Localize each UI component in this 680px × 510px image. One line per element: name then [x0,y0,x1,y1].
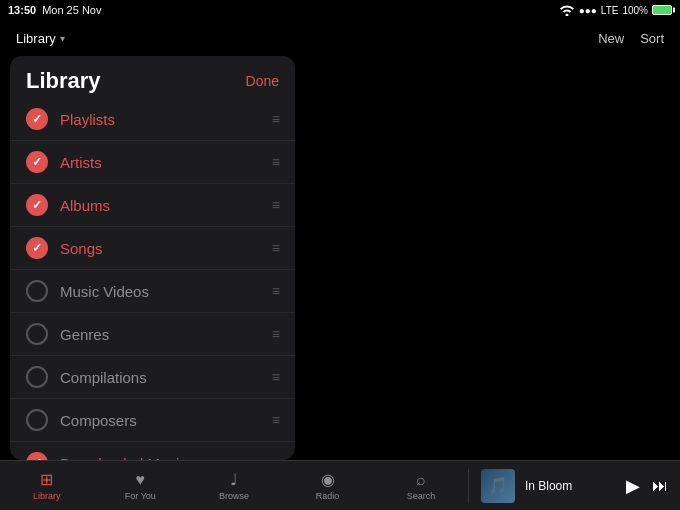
library-item-playlists[interactable]: Playlists≡ [10,98,295,141]
check-circle-compilations [26,366,48,388]
tab-for-you[interactable]: ♥ For You [94,471,188,501]
check-circle-songs [26,237,48,259]
check-circle-playlists [26,108,48,130]
check-circle-genres [26,323,48,345]
library-item-downloaded-music[interactable]: Downloaded Music≡ [10,442,295,460]
panel-title: Library [26,68,101,94]
library-item-songs[interactable]: Songs≡ [10,227,295,270]
status-time: 13:50 [8,4,36,16]
nav-library-label: Library [16,31,56,46]
now-playing-title: In Bloom [525,479,616,493]
network-type: LTE [601,5,619,16]
check-circle-composers [26,409,48,431]
library-item-albums[interactable]: Albums≡ [10,184,295,227]
drag-handle-artists[interactable]: ≡ [272,154,279,170]
signal-bars: ●●● [579,5,597,16]
main-content: Library Done Playlists≡Artists≡Albums≡So… [0,56,680,460]
library-item-composers[interactable]: Composers≡ [10,399,295,442]
right-area [305,56,680,460]
lib-label-compilations: Compilations [60,369,272,386]
search-tab-icon: ⌕ [416,471,426,489]
search-tab-label: Search [407,491,436,501]
battery-icon [652,5,672,15]
library-item-artists[interactable]: Artists≡ [10,141,295,184]
skip-button[interactable]: ⏭ [652,477,668,495]
tab-library[interactable]: ⊞ Library [0,470,94,501]
check-circle-albums [26,194,48,216]
for-you-tab-label: For You [125,491,156,501]
library-panel: Library Done Playlists≡Artists≡Albums≡So… [10,56,295,460]
library-item-music-videos[interactable]: Music Videos≡ [10,270,295,313]
status-bar: 13:50 Mon 25 Nov ●●● LTE 100% [0,0,680,20]
album-art-icon: 🎵 [488,476,508,495]
lib-label-music-videos: Music Videos [60,283,272,300]
check-circle-artists [26,151,48,173]
lib-label-songs: Songs [60,240,272,257]
tab-browse[interactable]: ♩ Browse [187,470,281,501]
chevron-down-icon: ▾ [60,33,65,44]
sort-button[interactable]: Sort [640,31,664,46]
lib-label-playlists: Playlists [60,111,272,128]
browse-tab-label: Browse [219,491,249,501]
tab-bar: ⊞ Library ♥ For You ♩ Browse ◉ Radio ⌕ S… [0,460,680,510]
lib-label-genres: Genres [60,326,272,343]
drag-handle-music-videos[interactable]: ≡ [272,283,279,299]
library-items-list: Playlists≡Artists≡Albums≡Songs≡Music Vid… [10,98,295,460]
lib-label-composers: Composers [60,412,272,429]
album-art: 🎵 [481,469,515,503]
status-right: ●●● LTE 100% [559,4,672,16]
tab-radio[interactable]: ◉ Radio [281,470,375,501]
now-playing-bar: 🎵 In Bloom ▶ ⏭ [468,469,680,503]
radio-tab-icon: ◉ [321,470,335,489]
drag-handle-songs[interactable]: ≡ [272,240,279,256]
for-you-tab-icon: ♥ [136,471,146,489]
drag-handle-genres[interactable]: ≡ [272,326,279,342]
panel-header: Library Done [10,56,295,98]
battery-percent: 100% [622,5,648,16]
nav-bar: Library ▾ New Sort [0,20,680,56]
library-tab-icon: ⊞ [40,470,53,489]
status-date: Mon 25 Nov [42,4,101,16]
playback-controls: ▶ ⏭ [626,475,668,497]
lib-label-artists: Artists [60,154,272,171]
library-item-genres[interactable]: Genres≡ [10,313,295,356]
play-button[interactable]: ▶ [626,475,640,497]
new-button[interactable]: New [598,31,624,46]
done-button[interactable]: Done [246,73,279,89]
check-circle-downloaded-music [26,452,48,460]
drag-handle-albums[interactable]: ≡ [272,197,279,213]
nav-actions: New Sort [598,31,664,46]
wifi-icon [559,4,575,16]
drag-handle-playlists[interactable]: ≡ [272,111,279,127]
drag-handle-compilations[interactable]: ≡ [272,369,279,385]
lib-label-albums: Albums [60,197,272,214]
browse-tab-icon: ♩ [230,470,238,489]
library-item-compilations[interactable]: Compilations≡ [10,356,295,399]
library-tab-label: Library [33,491,61,501]
nav-library-button[interactable]: Library ▾ [16,31,65,46]
check-circle-music-videos [26,280,48,302]
drag-handle-composers[interactable]: ≡ [272,412,279,428]
tab-search[interactable]: ⌕ Search [374,471,468,501]
radio-tab-label: Radio [316,491,340,501]
